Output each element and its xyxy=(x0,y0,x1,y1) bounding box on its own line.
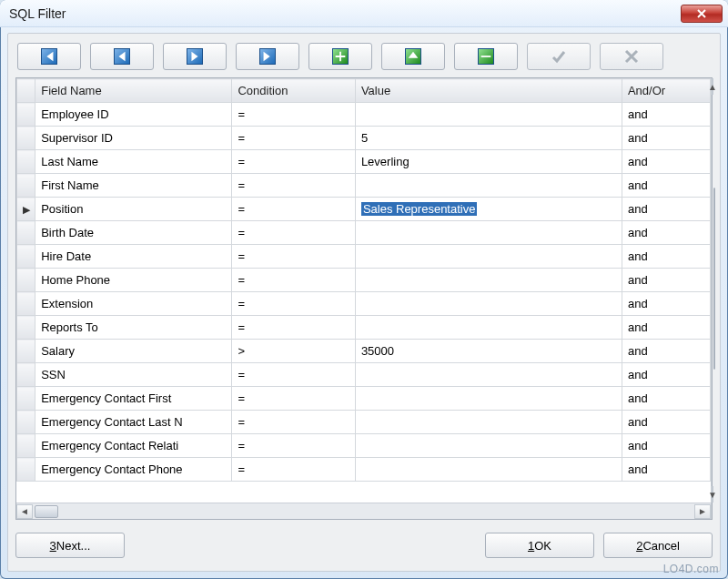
nav-first-button[interactable] xyxy=(17,43,81,70)
cell-value[interactable] xyxy=(355,269,622,292)
table-row[interactable]: Birth Date=and xyxy=(17,221,711,245)
cell-field[interactable]: Emergency Contact Relati xyxy=(35,434,232,458)
cell-field[interactable]: SSN xyxy=(35,363,232,387)
cell-andor[interactable]: and xyxy=(622,387,710,411)
cell-condition[interactable]: = xyxy=(232,245,355,269)
nav-insert-button[interactable] xyxy=(308,43,372,70)
cell-condition[interactable]: = xyxy=(232,221,355,245)
vertical-scrollbar[interactable]: ▲ ▼ xyxy=(711,78,712,519)
table-row[interactable]: First Name=and xyxy=(17,174,711,198)
nav-post-button[interactable] xyxy=(381,43,445,70)
table-row[interactable]: Employee ID=and xyxy=(17,103,711,127)
cell-value[interactable] xyxy=(355,316,622,340)
cell-andor[interactable]: and xyxy=(622,103,710,127)
table-row[interactable]: ▶Position=Sales Representativeand xyxy=(17,198,711,221)
cell-field[interactable]: Employee ID xyxy=(35,103,232,127)
cell-condition[interactable]: = xyxy=(232,198,355,221)
cell-field[interactable]: Home Phone xyxy=(35,269,232,292)
nav-delete-button[interactable] xyxy=(454,43,518,70)
cell-andor[interactable]: and xyxy=(622,245,710,269)
cell-value[interactable] xyxy=(355,221,622,245)
cell-field[interactable]: Emergency Contact Last N xyxy=(35,411,232,434)
nav-accept-button[interactable] xyxy=(527,43,591,70)
cell-value[interactable]: Sales Representative xyxy=(355,198,622,221)
cell-condition[interactable]: = xyxy=(232,434,355,458)
horizontal-scrollbar[interactable]: ◄ ► xyxy=(16,503,711,519)
table-row[interactable]: SSN=and xyxy=(17,363,711,387)
nav-prev-button[interactable] xyxy=(90,43,154,70)
cell-field[interactable]: Reports To xyxy=(35,316,232,340)
cell-andor[interactable]: and xyxy=(622,340,710,363)
cell-value[interactable] xyxy=(355,292,622,316)
cell-field[interactable]: Emergency Contact First xyxy=(35,387,232,411)
table-row[interactable]: Extension=and xyxy=(17,292,711,316)
next-button[interactable]: 3 Next... xyxy=(15,533,125,558)
cell-value[interactable] xyxy=(355,363,622,387)
table-row[interactable]: Supervisor ID=5and xyxy=(17,127,711,150)
cell-field[interactable]: Salary xyxy=(35,340,232,363)
cell-condition[interactable]: = xyxy=(232,411,355,434)
cell-value[interactable] xyxy=(355,174,622,198)
cell-field[interactable]: Last Name xyxy=(35,150,232,174)
cell-andor[interactable]: and xyxy=(622,221,710,245)
vscroll-up-button[interactable]: ▲ xyxy=(712,78,713,95)
cell-andor[interactable]: and xyxy=(622,127,710,150)
cell-andor[interactable]: and xyxy=(622,292,710,316)
col-header-value[interactable]: Value xyxy=(355,79,622,103)
cell-andor[interactable]: and xyxy=(622,198,710,221)
cell-andor[interactable]: and xyxy=(622,150,710,174)
table-row[interactable]: Reports To=and xyxy=(17,316,711,340)
vscroll-thumb[interactable] xyxy=(713,188,715,370)
table-row[interactable]: Last Name=Leverlingand xyxy=(17,150,711,174)
cell-condition[interactable]: = xyxy=(232,269,355,292)
cell-condition[interactable]: = xyxy=(232,127,355,150)
hscroll-left-button[interactable]: ◄ xyxy=(16,504,33,519)
cell-field[interactable]: Emergency Contact Phone xyxy=(35,458,232,482)
cell-value[interactable] xyxy=(355,434,622,458)
cell-condition[interactable]: = xyxy=(232,458,355,482)
hscroll-right-button[interactable]: ► xyxy=(694,504,711,519)
cell-andor[interactable]: and xyxy=(622,363,710,387)
cell-field[interactable]: Hire Date xyxy=(35,245,232,269)
cell-value[interactable]: Leverling xyxy=(355,150,622,174)
cell-field[interactable]: Position xyxy=(35,198,232,221)
col-header-marker[interactable] xyxy=(17,79,35,103)
cell-condition[interactable]: = xyxy=(232,387,355,411)
nav-cancel-button[interactable] xyxy=(600,43,663,70)
cell-condition[interactable]: = xyxy=(232,174,355,198)
cell-andor[interactable]: and xyxy=(622,458,710,482)
col-header-field[interactable]: Field Name xyxy=(35,79,232,103)
cell-value[interactable] xyxy=(355,387,622,411)
cell-condition[interactable]: > xyxy=(232,340,355,363)
cell-condition[interactable]: = xyxy=(232,103,355,127)
table-row[interactable]: Hire Date=and xyxy=(17,245,711,269)
cell-field[interactable]: Extension xyxy=(35,292,232,316)
cell-value[interactable] xyxy=(355,411,622,434)
table-row[interactable]: Emergency Contact Phone=and xyxy=(17,458,711,482)
cell-value[interactable] xyxy=(355,103,622,127)
cell-condition[interactable]: = xyxy=(232,363,355,387)
cell-andor[interactable]: and xyxy=(622,174,710,198)
vscroll-down-button[interactable]: ▼ xyxy=(712,486,713,503)
cell-andor[interactable]: and xyxy=(622,434,710,458)
cell-condition[interactable]: = xyxy=(232,292,355,316)
cell-value[interactable] xyxy=(355,458,622,482)
cell-andor[interactable]: and xyxy=(622,269,710,292)
cell-condition[interactable]: = xyxy=(232,316,355,340)
cell-value[interactable]: 5 xyxy=(355,127,622,150)
hscroll-track[interactable] xyxy=(33,504,694,519)
col-header-andor[interactable]: And/Or xyxy=(622,79,710,103)
cancel-button[interactable]: 2 Cancel xyxy=(603,533,713,558)
ok-button[interactable]: 1 OK xyxy=(485,533,594,558)
cell-field[interactable]: Birth Date xyxy=(35,221,232,245)
cell-value[interactable] xyxy=(355,245,622,269)
table-row[interactable]: Emergency Contact Relati=and xyxy=(17,434,711,458)
cell-field[interactable]: First Name xyxy=(35,174,232,198)
cell-andor[interactable]: and xyxy=(622,411,710,434)
table-row[interactable]: Home Phone=and xyxy=(17,269,711,292)
close-button[interactable] xyxy=(681,5,723,23)
cell-andor[interactable]: and xyxy=(622,316,710,340)
table-row[interactable]: Emergency Contact First=and xyxy=(17,387,711,411)
nav-next-button[interactable] xyxy=(163,43,227,70)
hscroll-thumb[interactable] xyxy=(35,505,58,518)
